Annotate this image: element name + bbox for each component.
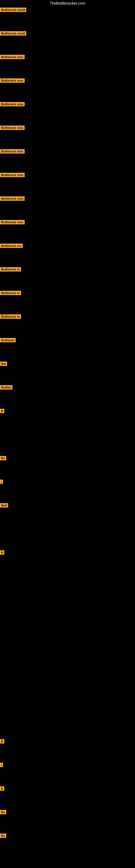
bottleneck-badge[interactable]: Bottleneck re — [0, 314, 21, 319]
bottleneck-badge[interactable]: Bottleneck resu — [0, 55, 25, 59]
list-item: Bottleneck resu — [0, 77, 135, 101]
list-item: Bottleneck resu — [0, 148, 135, 172]
bottleneck-badge[interactable]: Bottleneck resu — [0, 126, 25, 130]
list-item: | — [0, 762, 135, 785]
list-item: Bottleneck re — [0, 313, 135, 337]
list-item: Bottlenec — [0, 337, 135, 361]
bottleneck-badge[interactable]: Bottleneck resu — [0, 173, 25, 177]
list-item: B — [0, 738, 135, 762]
list-item: Bottleneck resu — [0, 172, 135, 195]
list-item: Bottleneck resu — [0, 54, 135, 77]
list-item — [0, 644, 135, 667]
bottleneck-badge[interactable]: Bo — [0, 834, 6, 838]
list-item — [0, 714, 135, 738]
bottleneck-badge[interactable]: B — [0, 409, 4, 413]
bottleneck-badge[interactable]: Bottleneck resu — [0, 196, 25, 201]
list-item — [0, 691, 135, 714]
bottleneck-badge[interactable]: Bottleneck res — [0, 244, 23, 248]
bottleneck-badge[interactable]: B — [0, 739, 4, 744]
bottleneck-badge[interactable]: Bottleneck re — [0, 291, 21, 295]
list-item: B — [0, 549, 135, 573]
list-item: Bottleneck resu — [0, 101, 135, 124]
bottleneck-badge[interactable]: Bottleneck resu — [0, 149, 25, 154]
list-item: Bottleneck res — [0, 243, 135, 266]
list-item: Bottleneck resu — [0, 124, 135, 148]
bottleneck-badge[interactable]: Bottleneck resu — [0, 79, 25, 83]
bottleneck-badge[interactable]: Bottleneck re — [0, 267, 21, 272]
list-item: Bott — [0, 502, 135, 526]
bottleneck-badge[interactable]: Bottleneck result — [0, 8, 26, 12]
list-item: Bottleneck result — [0, 30, 135, 54]
bottleneck-badge[interactable]: Bo — [0, 456, 6, 460]
list-item: B — [0, 785, 135, 809]
list-item — [0, 431, 135, 455]
bottleneck-badge[interactable]: Bot — [0, 362, 7, 366]
list-item: | — [0, 478, 135, 502]
list-item: Bottleneck re — [0, 266, 135, 290]
bottleneck-badge[interactable]: | — [0, 763, 3, 767]
bottleneck-badge[interactable]: Bo — [0, 810, 6, 814]
list-item — [0, 526, 135, 549]
list-item: Bo — [0, 455, 135, 478]
bottleneck-badge[interactable]: Bottlenec — [0, 338, 16, 342]
list-item — [0, 573, 135, 596]
bottleneck-badge[interactable]: B — [0, 550, 4, 555]
list-item: Bot — [0, 361, 135, 384]
list-item: Bottleneck resu — [0, 219, 135, 243]
bottleneck-badge[interactable]: Bottlen — [0, 385, 12, 390]
list-item: Bottleneck resu — [0, 195, 135, 219]
site-title: TheBottlenecker.com — [0, 0, 135, 6]
bottleneck-badge[interactable]: Bottleneck resu — [0, 102, 25, 106]
bottleneck-badge[interactable]: Bottleneck resu — [0, 220, 25, 224]
list-item: Bo — [0, 833, 135, 856]
list-item — [0, 596, 135, 620]
bottleneck-badge[interactable]: Bottleneck result — [0, 31, 26, 35]
bottleneck-badge[interactable]: | — [0, 479, 3, 484]
bottleneck-badge[interactable]: B — [0, 786, 4, 791]
list-item: Bottlen — [0, 384, 135, 408]
list-item: B — [0, 408, 135, 431]
list-item: Bottleneck result — [0, 6, 135, 30]
list-item — [0, 667, 135, 691]
bottleneck-badge[interactable]: Bott — [0, 503, 8, 507]
list-item: Bo — [0, 809, 135, 833]
list-item: Bottleneck re — [0, 290, 135, 313]
list-item — [0, 620, 135, 644]
